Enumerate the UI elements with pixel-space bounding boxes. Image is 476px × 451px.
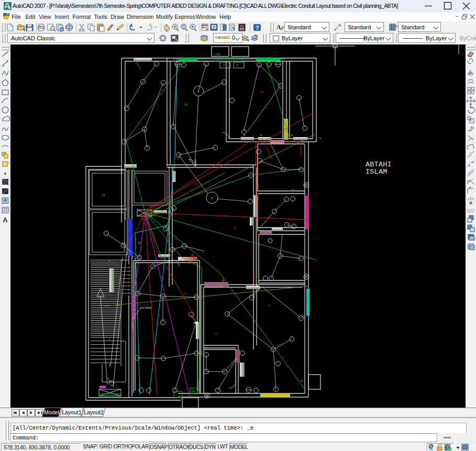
svg-text:C3: C3: [195, 183, 198, 186]
svg-text:?: ?: [256, 25, 259, 31]
svg-text:D4: D4: [260, 91, 264, 94]
svg-text:C6: C6: [184, 103, 188, 106]
svg-text:ABTAHI: ABTAHI: [366, 161, 392, 168]
svg-text:D6: D6: [224, 285, 227, 288]
svg-text:CB: CB: [291, 189, 295, 192]
svg-text:C8: C8: [102, 194, 105, 197]
svg-text:DB: DB: [140, 217, 145, 220]
svg-text:PVC RISER: PVC RISER: [140, 307, 152, 309]
svg-text:C5: C5: [291, 218, 295, 221]
svg-text:D6: D6: [267, 304, 271, 307]
svg-text:E3: E3: [138, 241, 141, 244]
svg-text:A: A: [3, 216, 8, 224]
svg-text:C5: C5: [169, 254, 172, 257]
svg-text:F: F: [211, 197, 213, 200]
svg-text:C6b: C6b: [215, 53, 220, 56]
svg-text:C5: C5: [174, 238, 178, 241]
svg-text:D2: D2: [131, 283, 135, 286]
svg-text:C4: C4: [183, 292, 187, 295]
svg-text:H: H: [237, 64, 239, 67]
svg-text:C2: C2: [233, 360, 237, 363]
svg-text:D4D2: D4D2: [149, 205, 156, 208]
svg-text:CL: CL: [234, 227, 237, 230]
svg-text:C1: C1: [177, 157, 181, 160]
svg-text:H4: H4: [192, 390, 195, 393]
svg-text:D2: D2: [215, 332, 218, 335]
svg-text:ISLAM: ISLAM: [366, 168, 388, 176]
svg-text:A: A: [276, 24, 281, 31]
svg-text:H: H: [223, 64, 225, 67]
svg-text:F: F: [197, 90, 200, 94]
